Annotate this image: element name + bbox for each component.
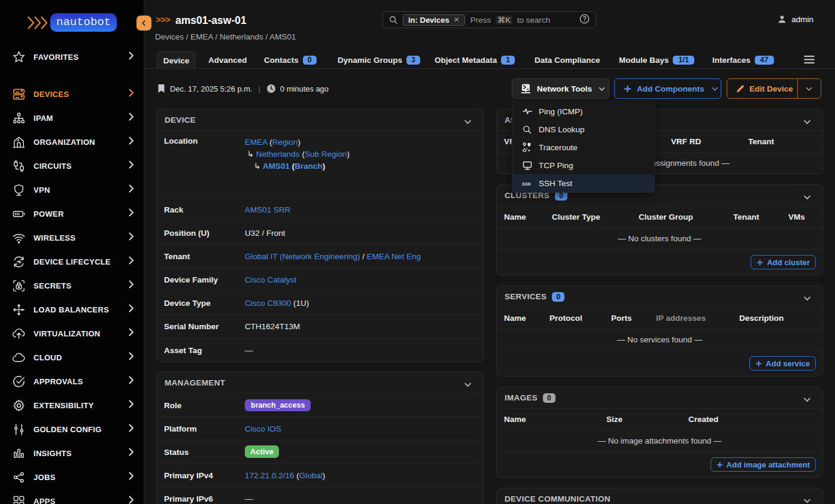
svg-text:SSH: SSH [522, 181, 531, 186]
